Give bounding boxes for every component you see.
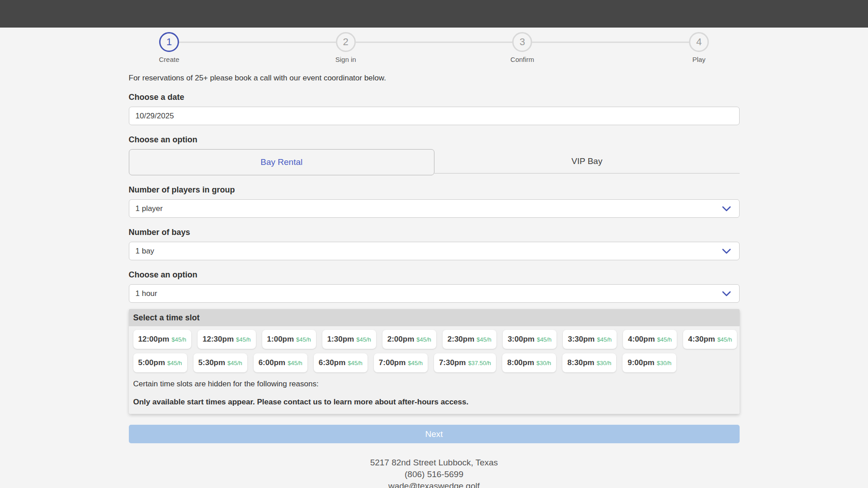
slot-time: 1:00pm [267,335,294,344]
slot-price: $45/h [348,360,363,366]
slot-time: 2:30pm [448,335,475,344]
bays-select-value: 1 bay [136,247,155,256]
stepper-connector [356,42,513,43]
slot-time: 6:30pm [319,358,346,367]
next-button[interactable]: Next [129,425,740,443]
slot-time: 8:00pm [507,358,534,367]
duration-select[interactable]: 1 hour [129,284,740,303]
slot-time: 3:00pm [508,335,535,344]
time-slot-section: Select a time slot 12:00pm $45/h 12:30pm… [129,309,740,414]
stepper-connector [179,42,336,43]
time-slot-button[interactable]: 8:00pm $30/h [502,353,556,372]
footer-phone: (806) 516-5699 [129,469,740,480]
tab-bay-rental[interactable]: Bay Rental [129,149,435,175]
step-label: Create [159,56,179,63]
stepper-step: 4 Play [689,32,709,52]
slot-price: $30/h [597,360,612,366]
time-slot-button[interactable]: 7:30pm $37.50/h [434,353,496,372]
time-slot-button[interactable]: 4:30pm $45/h [683,330,737,349]
slot-time: 8:30pm [567,358,594,367]
slot-time: 3:30pm [568,335,595,344]
slot-price: $45/h [236,336,251,343]
slot-time: 12:00pm [138,335,170,344]
slot-price: $45/h [657,336,672,343]
slot-price: $45/h [227,360,242,366]
stepper-step: 3 Confirm [512,32,532,52]
top-bar [0,0,868,28]
slot-time: 7:30pm [439,358,466,367]
time-slot-button[interactable]: 5:30pm $45/h [193,353,247,372]
stepper: 1 Create 2 Sign in 3 Confirm 4 Play [159,28,709,52]
slot-price: $37.50/h [468,360,491,366]
tab-vip-bay[interactable]: VIP Bay [434,149,740,174]
time-slot-button[interactable]: 3:00pm $45/h [503,330,557,349]
time-slot-button[interactable]: 1:30pm $45/h [322,330,376,349]
time-slot-button[interactable]: 5:00pm $45/h [133,353,187,372]
duration-select-value: 1 hour [136,289,157,298]
step-number: 3 [512,32,532,52]
step-label: Play [692,56,705,63]
step-number: 1 [159,32,179,52]
slot-price: $45/h [408,360,423,366]
time-slot-header: Select a time slot [129,309,740,326]
step-label: Confirm [510,56,534,63]
chevron-down-icon [722,291,731,296]
time-slot-button[interactable]: 1:00pm $45/h [262,330,316,349]
option-tabs-label: Choose an option [129,135,740,145]
option-tabs: Bay Rental VIP Bay [129,149,740,175]
time-slot-button[interactable]: 9:00pm $30/h [623,353,676,372]
slot-price: $45/h [537,336,552,343]
time-slot-button[interactable]: 4:00pm $45/h [623,330,677,349]
stepper-step: 1 Create [159,32,179,52]
chevron-down-icon [722,249,731,254]
slot-price: $30/h [537,360,552,366]
time-slot-body: 12:00pm $45/h 12:30pm $45/h 1:00pm $45/h… [129,326,740,414]
players-select-value: 1 player [136,204,163,213]
time-slot-button[interactable]: 3:30pm $45/h [563,330,617,349]
stepper-connector [532,42,689,43]
chevron-down-icon [722,206,731,211]
slot-time: 6:00pm [259,358,286,367]
slot-price: $45/h [476,336,491,343]
slot-price: $45/h [717,336,732,343]
time-slot-button[interactable]: 6:00pm $45/h [254,353,307,372]
hidden-slots-note-bold: Only available start times appear. Pleas… [133,398,735,407]
footer: 5217 82nd Street Lubbock, Texas (806) 51… [129,457,740,488]
date-input[interactable] [129,107,740,125]
slot-price: $45/h [171,336,186,343]
bays-select[interactable]: 1 bay [129,242,740,260]
slot-price: $45/h [296,336,311,343]
footer-email: wade@texaswedge.golf [129,480,740,488]
time-slot-button[interactable]: 7:00pm $45/h [374,353,428,372]
players-select[interactable]: 1 player [129,199,740,218]
slot-price: $30/h [657,360,672,366]
slot-time: 12:30pm [203,335,234,344]
slot-price: $45/h [597,336,612,343]
hidden-slots-note: Certain time slots are hidden for the fo… [133,380,735,389]
time-slot-button[interactable]: 12:30pm $45/h [198,330,256,349]
time-slot-row: 12:00pm $45/h 12:30pm $45/h 1:00pm $45/h… [133,330,735,349]
slot-time: 5:30pm [198,358,226,367]
date-label: Choose a date [129,93,740,102]
players-label: Number of players in group [129,185,740,195]
step-number: 2 [336,32,356,52]
stepper-step: 2 Sign in [336,32,356,52]
footer-address: 5217 82nd Street Lubbock, Texas [129,457,740,469]
slot-price: $45/h [167,360,182,366]
duration-label: Choose an option [129,270,740,280]
slot-time: 2:00pm [387,335,415,344]
step-label: Sign in [335,56,356,63]
time-slot-button[interactable]: 2:30pm $45/h [443,330,496,349]
slot-time: 4:00pm [628,335,655,344]
reservation-notice: For reservations of 25+ please book a ca… [129,74,740,83]
slot-price: $45/h [288,360,302,366]
time-slot-button[interactable]: 6:30pm $45/h [314,353,368,372]
slot-price: $45/h [356,336,371,343]
time-slot-button[interactable]: 2:00pm $45/h [382,330,436,349]
time-slot-button[interactable]: 8:30pm $30/h [562,353,616,372]
time-slot-row: 5:00pm $45/h 5:30pm $45/h 6:00pm $45/h 6… [133,353,735,372]
time-slot-button[interactable]: 12:00pm $45/h [133,330,192,349]
step-number: 4 [689,32,709,52]
slot-time: 1:30pm [327,335,354,344]
slot-price: $45/h [416,336,431,343]
